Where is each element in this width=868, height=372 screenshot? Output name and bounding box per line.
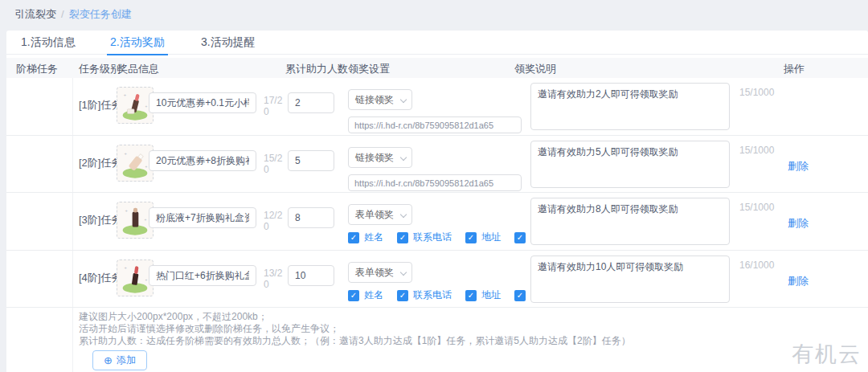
prize-name-char-count: 17/20 [264, 95, 286, 117]
checkbox-phone[interactable]: 联系电话 [397, 231, 452, 244]
prize-name-input[interactable] [149, 265, 256, 286]
prize-name-input[interactable] [149, 92, 256, 113]
tab-activity-info[interactable]: 1.活动信息 [21, 35, 76, 55]
claim-type-value: 表单领奖 [355, 267, 394, 278]
checkbox-label: 联系电话 [413, 231, 452, 244]
checkbox-label: 联系电话 [413, 288, 452, 302]
prize-name-input[interactable] [149, 207, 256, 228]
claim-url-input[interactable] [348, 117, 522, 133]
description-char-count: 16/1000 [739, 260, 774, 271]
table-row: [4阶]任务 ++ 13/20 表单领奖 姓名 联系电话 地址 备注 邀请有效助… [6, 251, 868, 308]
prize-name-char-count: 15/20 [264, 153, 286, 175]
checkbox-label: 姓名 [364, 288, 383, 302]
task-level-label: [3阶]任务 [79, 213, 121, 227]
tab-bar: 1.活动信息 2.活动奖励 3.活动提醒 [6, 31, 868, 55]
breadcrumb-item-current[interactable]: 裂变任务创建 [69, 8, 132, 20]
checkbox-checked-icon [397, 290, 408, 301]
delete-row-button[interactable]: 删除 [788, 216, 809, 231]
breadcrumb: 引流裂变/裂变任务创建 [14, 7, 132, 22]
tab-activity-reward[interactable]: 2.活动奖励 [110, 35, 165, 55]
hint-helper-count-explain: 累计助力人数：达成任务阶梯需要的有效助力总人数；（例：邀请3人助力达成【1阶】任… [79, 335, 631, 347]
claim-type-value: 链接领奖 [355, 152, 394, 163]
header-helper-count: 累计助力人数 [285, 62, 348, 76]
claim-type-select[interactable]: 链接领奖 [348, 89, 412, 110]
checkbox-address[interactable]: 地址 [465, 288, 501, 302]
svg-text:+: + [125, 208, 129, 213]
claim-url-input[interactable] [348, 174, 522, 191]
svg-text:+: + [145, 165, 147, 169]
breadcrumb-separator: / [61, 8, 64, 20]
claim-type-value: 表单领奖 [355, 209, 394, 220]
checkbox-checked-icon [348, 232, 359, 243]
svg-text:+: + [145, 278, 147, 282]
chevron-down-icon [400, 96, 407, 103]
helper-count-input[interactable] [288, 150, 334, 171]
header-action: 操作 [784, 62, 805, 76]
description-char-count: 15/1000 [739, 145, 774, 156]
prize-name-char-count: 13/20 [264, 268, 286, 290]
checkbox-checked-icon [397, 232, 408, 243]
task-level-label: [2阶]任务 [79, 156, 121, 170]
header-claim-setting: 领奖设置 [348, 62, 390, 76]
chevron-down-icon [400, 154, 407, 161]
form-field-checkbox-group: 姓名 联系电话 地址 备注 [348, 288, 550, 302]
header-prize-info: 奖品信息 [117, 62, 159, 76]
svg-text:+: + [125, 265, 128, 270]
form-field-checkbox-group: 姓名 联系电话 地址 备注 [348, 231, 550, 244]
prize-name-char-count: 12/20 [264, 210, 286, 232]
helper-count-input[interactable] [288, 92, 334, 113]
tab-activity-reminder[interactable]: 3.活动提醒 [201, 35, 256, 55]
checkbox-label: 地址 [481, 231, 501, 244]
watermark: 有机云 [792, 340, 862, 369]
header-task-level: 任务级别 [79, 62, 121, 76]
checkbox-checked-icon [465, 232, 477, 243]
table-row: [3阶]任务 ++ 12/20 表单领奖 姓名 联系电话 地址 备注 邀请有效助… [6, 193, 868, 251]
header-claim-description: 领奖说明 [514, 62, 556, 76]
claim-type-select[interactable]: 链接领奖 [348, 147, 412, 168]
description-char-count: 15/1000 [739, 87, 774, 98]
svg-text:+: + [145, 104, 147, 108]
svg-text:+: + [144, 218, 146, 222]
chevron-down-icon [400, 269, 407, 276]
chevron-down-icon [400, 211, 407, 218]
helper-count-input[interactable] [288, 265, 334, 286]
checkbox-name[interactable]: 姓名 [348, 231, 383, 244]
content-card: 1.活动信息 2.活动奖励 3.活动提醒 阶梯任务 任务级别 奖品信息 累计助力… [6, 31, 868, 372]
table-row: [1阶]任务 ++ 17/20 链接领奖 邀请有效助力2人即可得领取奖励 15/… [6, 78, 868, 136]
hint-modify-warning: 活动开始后请谨慎选择修改或删除阶梯任务，以免产生争议； [79, 323, 631, 335]
delete-row-button[interactable]: 删除 [788, 159, 809, 174]
claim-description-textarea[interactable]: 邀请有效助力5人即可得领取奖励 [530, 141, 730, 188]
form-hints: 建议图片大小200px*200px，不超过200kb； 活动开始后请谨慎选择修改… [79, 311, 631, 347]
checkbox-checked-icon [514, 232, 526, 243]
checkbox-checked-icon [348, 290, 359, 301]
claim-description-textarea[interactable]: 邀请有效助力8人即可得领取奖励 [530, 198, 730, 245]
table-row: [2阶]任务 ++ 15/20 链接领奖 邀请有效助力5人即可得领取奖励 15/… [6, 136, 868, 193]
checkbox-name[interactable]: 姓名 [348, 288, 383, 302]
hint-image-size: 建议图片大小200px*200px，不超过200kb； [79, 311, 631, 323]
form-label-step-tasks: 阶梯任务 [16, 62, 58, 76]
circle-plus-icon [104, 351, 113, 370]
checkbox-checked-icon [465, 290, 477, 301]
add-task-label: 添加 [117, 351, 136, 370]
task-level-label: [4阶]任务 [79, 271, 121, 285]
page: 引流裂变/裂变任务创建 1.活动信息 2.活动奖励 3.活动提醒 阶梯任务 任务… [0, 0, 868, 372]
checkbox-address[interactable]: 地址 [465, 231, 501, 244]
claim-description-textarea[interactable]: 邀请有效助力2人即可得领取奖励 [530, 83, 730, 130]
checkbox-label: 地址 [481, 288, 501, 302]
checkbox-checked-icon [514, 290, 526, 301]
claim-type-value: 链接领奖 [355, 94, 394, 105]
svg-text:+: + [125, 151, 128, 156]
add-task-button[interactable]: 添加 [92, 350, 147, 370]
svg-text:+: + [124, 92, 127, 97]
claim-type-select[interactable]: 表单领奖 [348, 204, 412, 225]
prize-name-input[interactable] [149, 150, 256, 171]
task-level-label: [1阶]任务 [79, 98, 121, 112]
table-header: 阶梯任务 任务级别 奖品信息 累计助力人数 领奖设置 领奖说明 操作 [6, 58, 868, 78]
breadcrumb-item-root[interactable]: 引流裂变 [14, 8, 56, 20]
description-char-count: 15/1000 [739, 202, 774, 213]
helper-count-input[interactable] [288, 207, 334, 228]
claim-type-select[interactable]: 表单领奖 [348, 262, 412, 283]
checkbox-phone[interactable]: 联系电话 [397, 288, 452, 302]
claim-description-textarea[interactable]: 邀请有效助力10人即可得领取奖励 [530, 255, 730, 303]
delete-row-button[interactable]: 删除 [788, 274, 809, 288]
